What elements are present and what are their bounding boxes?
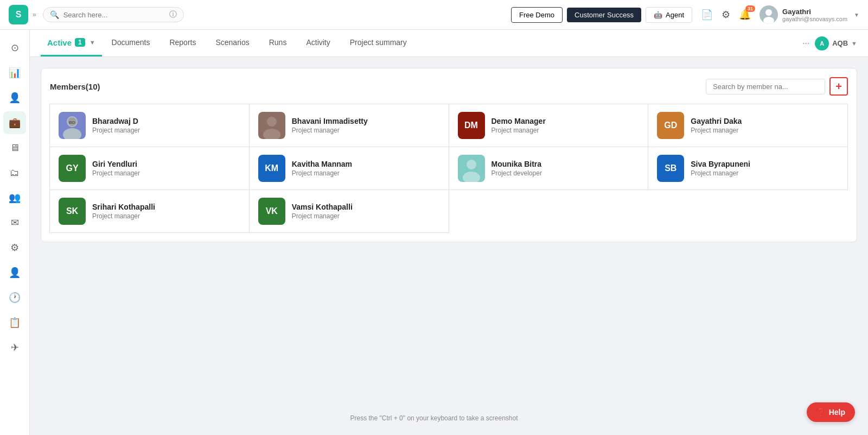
member-name: Demo Manager — [492, 117, 546, 125]
member-role: Project manager — [92, 127, 140, 134]
user-email: gayathri@snovasys.com — [782, 16, 847, 22]
workspace-dropdown-arrow[interactable]: ▼ — [851, 40, 857, 47]
member-avatar: SK — [59, 198, 86, 225]
send-icon: ✈ — [11, 342, 19, 354]
sidebar-item-projects[interactable]: 💼 — [3, 111, 26, 134]
customer-success-button[interactable]: Customer Success — [567, 8, 641, 22]
svg-point-9 — [267, 117, 277, 127]
member-card[interactable]: BD Bharadwaj D Project manager — [49, 104, 250, 147]
members-header: Members(10) + — [50, 77, 848, 96]
sidebar-item-analytics[interactable]: 📊 — [3, 61, 26, 84]
main-content: Active 1 ▼ Documents Reports Scenarios R… — [30, 30, 868, 435]
analytics-icon: 📊 — [9, 67, 21, 79]
top-header: S » 🔍 ⓘ Free Demo Customer Success 🤖 Age… — [0, 0, 868, 30]
members-search-add: + — [706, 77, 848, 96]
member-info: Demo Manager Project manager — [492, 117, 546, 134]
notification-icon[interactable]: 🔔 31 — [739, 9, 751, 21]
sidebar-item-settings[interactable]: ⚙ — [3, 236, 26, 259]
member-card[interactable]: VK Vamsi Kothapalli Project manager — [249, 190, 449, 233]
svg-point-1 — [765, 9, 772, 16]
free-demo-button[interactable]: Free Demo — [511, 7, 563, 23]
member-role: Project manager — [292, 127, 368, 134]
member-card[interactable]: SB Siva Byrapuneni Project manager — [648, 147, 848, 190]
app-logo: S — [9, 5, 28, 24]
member-role: Project manager — [92, 212, 155, 220]
member-info: Siva Byrapuneni Project manager — [691, 160, 750, 177]
agent-button[interactable]: 🤖 Agent — [646, 7, 692, 23]
expand-icon[interactable]: » — [33, 11, 36, 18]
time-icon: 🕐 — [9, 292, 21, 304]
user-info[interactable]: Gayathri gayathri@snovasys.com ▼ — [760, 5, 859, 24]
member-info: Kavitha Mannam Project manager — [292, 160, 352, 177]
document-icon[interactable]: 📄 — [701, 9, 713, 21]
user-name: Gayathri — [782, 8, 847, 16]
sidebar-item-monitor[interactable]: 🖥 — [3, 136, 26, 159]
tab-scenarios[interactable]: Scenarios — [206, 30, 259, 56]
user-dropdown-arrow[interactable]: ▼ — [854, 12, 859, 18]
header-icons: 📄 ⚙ 🔔 31 — [701, 9, 751, 21]
member-role: Project manager — [292, 212, 353, 220]
member-card[interactable]: GY Giri Yendluri Project manager — [49, 147, 250, 190]
members-container: Members(10) + BD Bharadwaj D Project man… — [41, 68, 857, 242]
search-input[interactable] — [63, 11, 165, 19]
monitor-icon: 🖥 — [10, 142, 20, 154]
workspace-name: AQB — [832, 39, 848, 47]
sidebar-item-dashboard[interactable]: ⊙ — [3, 36, 26, 59]
tab-reports[interactable]: Reports — [159, 30, 206, 56]
member-name: Giri Yendluri — [92, 160, 140, 168]
active-dropdown-arrow[interactable]: ▼ — [90, 39, 95, 46]
sidebar-item-contacts[interactable]: 👤 — [3, 86, 26, 109]
member-avatar: DM — [458, 112, 485, 139]
add-member-button[interactable]: + — [829, 77, 848, 96]
member-avatar: GY — [59, 155, 86, 182]
member-info: Srihari Kothapalli Project manager — [92, 203, 155, 220]
member-role: Project manager — [691, 127, 742, 134]
sidebar-item-messages[interactable]: ✉ — [3, 211, 26, 234]
member-avatar: VK — [258, 198, 285, 225]
sidebar-item-profile[interactable]: 👤 — [3, 261, 26, 284]
info-icon[interactable]: ⓘ — [169, 10, 177, 20]
help-icon: ❓ — [816, 408, 826, 417]
member-name: Bhavani Immadisetty — [292, 117, 368, 125]
tab-project-summary[interactable]: Project summary — [340, 30, 417, 56]
member-role: Project manager — [492, 127, 546, 134]
active-count: 1 — [75, 38, 85, 47]
more-icon[interactable]: ··· — [802, 39, 809, 48]
member-name: Mounika Bitra — [492, 160, 542, 168]
help-button[interactable]: ❓ Help — [807, 402, 855, 422]
sidebar-item-reports[interactable]: 📋 — [3, 311, 26, 334]
member-avatar: KM — [258, 155, 285, 182]
avatar — [760, 5, 778, 24]
messages-icon: ✉ — [11, 217, 19, 229]
reports-icon: 📋 — [9, 317, 21, 329]
tab-activity[interactable]: Activity — [296, 30, 340, 56]
workspace-badge[interactable]: A AQB ▼ — [815, 36, 857, 51]
sidebar-item-time[interactable]: 🕐 — [3, 286, 26, 309]
member-card[interactable]: KM Kavitha Mannam Project manager — [249, 147, 449, 190]
workspace-avatar: A — [815, 36, 829, 51]
user-name-block: Gayathri gayathri@snovasys.com — [782, 8, 847, 22]
member-role: Project developer — [492, 169, 542, 177]
members-grid: BD Bharadwaj D Project manager Bhavani I… — [50, 104, 848, 233]
dashboard-icon: ⊙ — [11, 42, 19, 54]
member-info: Mounika Bitra Project developer — [492, 160, 542, 177]
member-card[interactable]: Mounika Bitra Project developer — [449, 147, 649, 190]
member-card[interactable]: DM Demo Manager Project manager — [449, 104, 649, 147]
sidebar-item-send[interactable]: ✈ — [3, 336, 26, 359]
member-card[interactable]: Bhavani Immadisetty Project manager — [249, 104, 449, 147]
member-card[interactable]: GD Gayathri Daka Project manager — [648, 104, 848, 147]
member-name: Kavitha Mannam — [292, 160, 352, 168]
member-role: Project manager — [691, 169, 750, 177]
member-card[interactable]: SK Srihari Kothapalli Project manager — [49, 190, 250, 233]
agent-icon: 🤖 — [654, 11, 662, 19]
member-info: Giri Yendluri Project manager — [92, 160, 140, 177]
tab-documents[interactable]: Documents — [102, 30, 160, 56]
tab-runs[interactable]: Runs — [259, 30, 297, 56]
active-tab[interactable]: Active 1 ▼ — [41, 30, 102, 56]
active-label: Active — [47, 38, 72, 47]
sidebar-item-tasks[interactable]: 🗂 — [3, 161, 26, 184]
sidebar-item-teams[interactable]: 👥 — [3, 186, 26, 209]
settings-icon[interactable]: ⚙ — [722, 9, 730, 21]
member-search-input[interactable] — [706, 79, 825, 94]
search-icon: 🔍 — [50, 10, 59, 19]
